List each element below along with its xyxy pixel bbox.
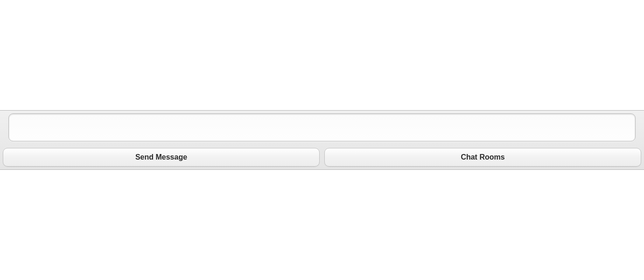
message-input-container: [2, 113, 642, 148]
message-input[interactable]: [8, 113, 636, 141]
chat-footer-bar: Send Message Chat Rooms: [0, 110, 644, 170]
button-row: Send Message Chat Rooms: [2, 148, 642, 167]
send-message-button[interactable]: Send Message: [3, 148, 320, 167]
chat-rooms-button[interactable]: Chat Rooms: [324, 148, 641, 167]
